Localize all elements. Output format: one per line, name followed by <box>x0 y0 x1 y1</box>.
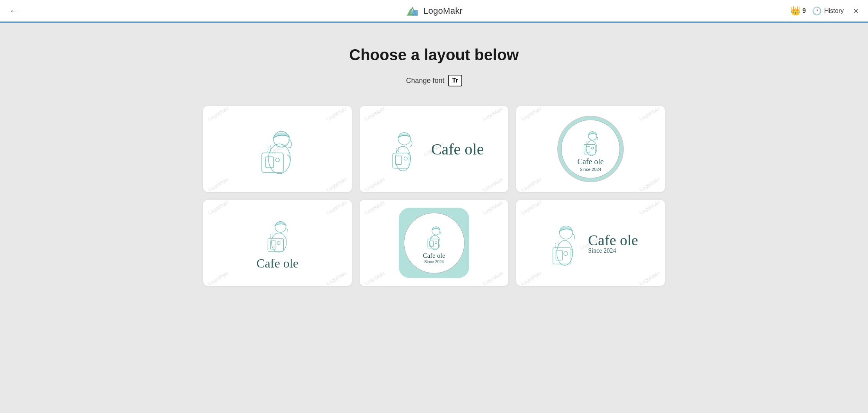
card-5-brand-name: Cafe ole <box>423 252 445 260</box>
logo-title: LogoMakr <box>423 6 463 16</box>
barista-illustration-6 <box>543 217 584 268</box>
card-3-sub-text: Since 2024 <box>580 167 601 172</box>
history-button[interactable]: 🕐 History <box>812 6 844 16</box>
rounded-badge-inner: Cafe ole Since 2024 <box>404 213 465 273</box>
card-2-brand-name: Cafe ole <box>431 140 484 158</box>
card-2-content: Cafe ole <box>360 106 508 192</box>
layout-card-3[interactable]: LogoMakrLogoMakrLogoMakrLogoMakrLogoMakr <box>516 106 665 192</box>
barista-illustration-3 <box>578 126 603 156</box>
card-3-content: Cafe ole Since 2024 <box>516 106 665 192</box>
svg-rect-10 <box>393 153 409 169</box>
svg-point-17 <box>591 147 593 149</box>
card-4-content: Cafe ole <box>203 200 352 286</box>
svg-rect-2 <box>412 10 418 16</box>
card-6-content: Cafe ole Since 2024 <box>516 200 665 286</box>
card-5-content: Cafe ole Since 2024 <box>360 200 508 286</box>
svg-rect-5 <box>262 153 283 172</box>
crown-icon: 👑 <box>790 6 801 16</box>
circle-badge: Cafe ole Since 2024 <box>557 116 624 182</box>
svg-point-8 <box>395 146 411 171</box>
main-content: Choose a layout below Change font Tr Log… <box>0 23 868 302</box>
layout-card-1[interactable]: LogoMakrLogoMakrLogoMakrLogoMakrLogoMakr <box>203 106 352 192</box>
svg-point-7 <box>276 158 279 162</box>
close-button[interactable]: × <box>853 5 859 16</box>
back-button[interactable]: ← <box>9 7 18 15</box>
card-1-content <box>203 106 352 192</box>
header-center: LogoMakr <box>405 4 463 18</box>
card-3-brand-name: Cafe ole <box>577 157 603 166</box>
history-label: History <box>824 7 844 14</box>
card-6-sub-text: Since 2024 <box>588 247 638 254</box>
header-left: ← <box>9 7 18 15</box>
page-title: Choose a layout below <box>349 46 519 64</box>
svg-point-27 <box>435 241 437 243</box>
change-font-button[interactable]: Tr <box>448 75 462 86</box>
layout-card-2[interactable]: LogoMakrLogoMakrLogoMakrLogoMakrLogoMakr <box>360 106 508 192</box>
header: ← LogoMakr 👑 9 🕐 History × <box>0 0 868 23</box>
card-6-text-group: Cafe ole Since 2024 <box>588 232 638 254</box>
card-4-brand-name: Cafe ole <box>256 256 299 271</box>
svg-point-28 <box>557 241 573 266</box>
crown-badge: 👑 9 <box>790 6 806 16</box>
svg-rect-20 <box>268 238 283 251</box>
badge-count: 9 <box>802 7 806 14</box>
font-change-label: Change font <box>406 77 444 85</box>
logomakr-icon <box>405 4 420 18</box>
history-clock-icon: 🕐 <box>812 6 822 16</box>
header-right: 👑 9 🕐 History × <box>790 5 859 16</box>
svg-rect-11 <box>395 156 402 165</box>
barista-illustration-5 <box>421 222 447 250</box>
svg-point-12 <box>404 157 407 160</box>
barista-illustration-2 <box>384 122 420 176</box>
card-6-brand-name: Cafe ole <box>588 232 638 249</box>
font-change-row: Change font Tr <box>406 75 462 86</box>
svg-point-22 <box>277 241 280 244</box>
layout-card-5[interactable]: LogoMakrLogoMakrLogoMakrLogoMakrLogoMakr <box>360 200 508 286</box>
rounded-square-badge: Cafe ole Since 2024 <box>399 208 469 278</box>
svg-point-3 <box>268 144 290 174</box>
barista-illustration-4 <box>256 215 299 255</box>
circle-badge-inner: Cafe ole Since 2024 <box>561 120 620 178</box>
card-5-sub-text: Since 2024 <box>424 260 444 264</box>
svg-point-32 <box>564 251 567 255</box>
layout-grid: LogoMakrLogoMakrLogoMakrLogoMakrLogoMakr <box>203 106 665 286</box>
layout-card-4[interactable]: LogoMakrLogoMakrLogoMakrLogoMakrLogoMakr <box>203 200 352 286</box>
barista-illustration-1 <box>246 118 309 180</box>
layout-card-6[interactable]: LogoMakrLogoMakrLogoMakrLogoMakrLogoMakr <box>516 200 665 286</box>
